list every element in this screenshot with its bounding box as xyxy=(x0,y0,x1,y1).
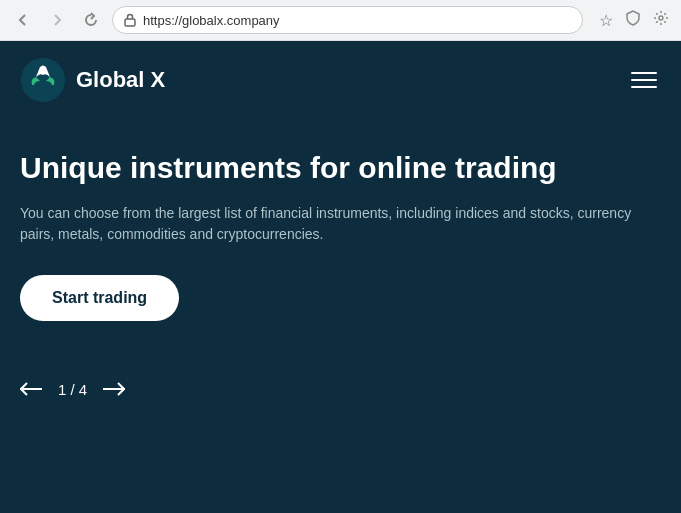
svg-point-3 xyxy=(40,68,46,74)
settings-icon[interactable] xyxy=(651,8,671,32)
browser-chrome: https://globalx.company ☆ xyxy=(0,0,681,41)
logo-icon xyxy=(20,57,66,103)
hamburger-menu-button[interactable] xyxy=(627,68,661,92)
shield-icon[interactable] xyxy=(623,8,643,32)
browser-action-icons: ☆ xyxy=(597,8,671,32)
pagination-next-button[interactable] xyxy=(101,382,125,396)
logo-text: Global X xyxy=(76,67,165,93)
hero-title: Unique instruments for online trading xyxy=(20,149,661,187)
address-bar[interactable]: https://globalx.company xyxy=(112,6,583,34)
logo-area: Global X xyxy=(20,57,165,103)
website-content: Global X Unique instruments for online t… xyxy=(0,41,681,513)
hamburger-line-3 xyxy=(631,86,657,88)
refresh-button[interactable] xyxy=(78,10,104,30)
pagination-prev-button[interactable] xyxy=(20,382,44,396)
url-text: https://globalx.company xyxy=(143,13,572,28)
hero-section: Unique instruments for online trading Yo… xyxy=(0,119,681,341)
svg-point-2 xyxy=(21,58,65,102)
browser-toolbar: https://globalx.company ☆ xyxy=(0,0,681,40)
star-icon[interactable]: ☆ xyxy=(597,9,615,32)
lock-icon xyxy=(123,13,137,27)
forward-button[interactable] xyxy=(44,10,70,30)
hamburger-line-2 xyxy=(631,79,657,81)
back-button[interactable] xyxy=(10,10,36,30)
hero-subtitle: You can choose from the largest list of … xyxy=(20,203,660,245)
svg-rect-0 xyxy=(125,19,135,26)
pagination-indicator: 1 / 4 xyxy=(58,381,87,398)
pagination-controls: 1 / 4 xyxy=(0,341,681,398)
svg-point-1 xyxy=(659,16,663,20)
hamburger-line-1 xyxy=(631,72,657,74)
nav-header: Global X xyxy=(0,41,681,119)
start-trading-button[interactable]: Start trading xyxy=(20,275,179,321)
